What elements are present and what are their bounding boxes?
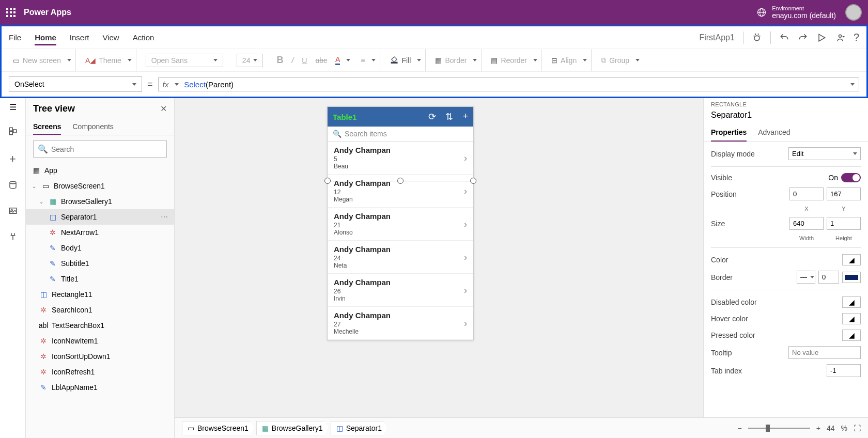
waffle-icon[interactable] <box>6 8 16 17</box>
share-icon[interactable] <box>835 33 845 43</box>
menu-insert[interactable]: Insert <box>70 33 89 42</box>
tree-item-iconsortupdown[interactable]: ✲IconSortUpDown1 <box>26 349 174 364</box>
underline-icon[interactable]: U <box>302 56 307 65</box>
tree-item-searchicon[interactable]: ✲SearchIcon1 <box>26 302 174 318</box>
tree-item-body[interactable]: ✎Body1 <box>26 240 174 256</box>
display-mode-dropdown[interactable]: Edit <box>788 147 861 160</box>
tree-item-iconnewitem[interactable]: ✲IconNewItem1 <box>26 333 174 349</box>
tree-item-lblappname[interactable]: ✎LblAppName1 <box>26 380 174 395</box>
sort-icon[interactable]: ⇅ <box>445 111 453 122</box>
disabled-color-swatch[interactable]: ◢ <box>842 296 861 308</box>
zoom-in-icon[interactable]: + <box>816 424 820 432</box>
pressed-color-swatch[interactable]: ◢ <box>842 330 861 341</box>
tree-item-iconrefresh[interactable]: ✲IconRefresh1 <box>26 364 174 380</box>
breadcrumb-separator[interactable]: ◫Separator1 <box>331 421 388 435</box>
width-input[interactable] <box>789 217 824 230</box>
chevron-right-icon[interactable]: › <box>464 152 467 163</box>
zoom-out-icon[interactable]: − <box>738 424 742 432</box>
font-color-icon[interactable]: A <box>335 55 340 65</box>
tree-search[interactable]: 🔍 <box>33 140 167 158</box>
refresh-icon[interactable]: ⟳ <box>428 111 436 122</box>
redo-icon[interactable] <box>798 33 808 43</box>
zoom-slider[interactable] <box>748 428 810 429</box>
text-align-icon[interactable]: ≡ <box>353 56 365 65</box>
undo-icon[interactable] <box>779 33 789 43</box>
position-y-input[interactable] <box>827 187 861 200</box>
reorder-button[interactable]: Reorder <box>501 56 527 65</box>
gallery-item[interactable]: Andy Champan 27 Mechelle › <box>328 307 473 340</box>
add-icon[interactable]: + <box>462 111 468 122</box>
tree-view-icon[interactable] <box>8 127 18 138</box>
align-button[interactable]: Align <box>561 56 577 65</box>
menu-action[interactable]: Action <box>133 33 154 42</box>
gallery-item[interactable]: Andy Champan 26 Irvin › <box>328 274 473 307</box>
tree-item-rectangle[interactable]: ◫Rectangle11 <box>26 287 174 302</box>
italic-icon[interactable]: / <box>286 56 299 65</box>
menu-file[interactable]: File <box>9 33 21 42</box>
more-icon[interactable]: ⋯ <box>161 213 168 221</box>
gallery-item[interactable]: Andy Champan 5 Beau › <box>328 142 473 175</box>
group-button[interactable]: Group <box>609 56 629 65</box>
environment-value[interactable]: enayu.com (default) <box>772 11 836 20</box>
tabindex-input[interactable] <box>827 364 861 377</box>
menu-home[interactable]: Home <box>35 33 56 45</box>
breadcrumb-gallery[interactable]: ▦BrowseGallery1 <box>256 421 329 435</box>
breadcrumb-screen[interactable]: ▭BrowseScreen1 <box>182 421 254 435</box>
chevron-right-icon[interactable]: › <box>464 252 467 262</box>
theme-button[interactable]: Theme <box>99 56 121 65</box>
left-rail: ☰ + <box>0 98 26 438</box>
color-swatch[interactable]: ◢ <box>842 254 861 265</box>
app-checker-icon[interactable] <box>752 33 762 43</box>
help-icon[interactable]: ? <box>854 32 859 43</box>
hover-color-swatch[interactable]: ◢ <box>842 313 861 324</box>
chevron-right-icon[interactable]: › <box>464 318 467 328</box>
canvas[interactable]: Table1 ⟳ ⇅ + 🔍 Search items Andy Champan… <box>175 98 704 438</box>
tree-item-separator[interactable]: ◫Separator1⋯ <box>26 209 174 225</box>
fill-button[interactable]: Fill <box>402 56 411 65</box>
phone-search[interactable]: 🔍 Search items <box>328 127 473 142</box>
border-color-swatch[interactable] <box>842 272 861 283</box>
data-icon[interactable] <box>8 180 18 192</box>
property-dropdown[interactable]: OnSelect <box>9 76 142 92</box>
formula-input[interactable]: fx Select(Parent) <box>158 77 859 91</box>
visible-toggle[interactable] <box>841 173 861 182</box>
border-width-input[interactable] <box>818 271 839 284</box>
tools-icon[interactable] <box>8 232 18 243</box>
font-dropdown[interactable]: Open Sans <box>146 54 223 67</box>
tree-search-input[interactable] <box>51 145 162 153</box>
play-icon[interactable] <box>816 33 827 43</box>
gallery-item[interactable]: Andy Champan 24 Neta › <box>328 241 473 274</box>
chevron-right-icon[interactable]: › <box>464 218 467 229</box>
chevron-right-icon[interactable]: › <box>464 185 467 196</box>
chevron-right-icon[interactable]: › <box>464 285 467 295</box>
close-icon[interactable]: ✕ <box>160 104 167 114</box>
border-button[interactable]: Border <box>445 56 467 65</box>
strike-icon[interactable]: abc <box>310 56 332 65</box>
tree-item-browsegallery[interactable]: ⌄▦BrowseGallery1 <box>26 194 174 209</box>
media-icon[interactable] <box>8 206 18 217</box>
tree-item-nextarrow[interactable]: ✲NextArrow1 <box>26 225 174 240</box>
fit-icon[interactable]: ⛶ <box>854 424 861 432</box>
tab-advanced[interactable]: Advanced <box>758 124 790 142</box>
tree-item-title[interactable]: ✎Title1 <box>26 271 174 287</box>
hamburger-icon[interactable]: ☰ <box>9 102 17 112</box>
position-x-input[interactable] <box>789 187 824 200</box>
tree-item-subtitle[interactable]: ✎Subtitle1 <box>26 256 174 271</box>
tab-screens[interactable]: Screens <box>33 119 61 135</box>
border-style-dropdown[interactable]: — <box>797 271 815 284</box>
bold-icon[interactable]: B <box>276 55 283 66</box>
font-size-dropdown[interactable]: 24 <box>237 54 264 67</box>
tree-item-app[interactable]: ▦App <box>26 163 174 178</box>
tree-item-textsearchbox[interactable]: ablTextSearchBox1 <box>26 318 174 333</box>
tab-components[interactable]: Components <box>72 119 113 135</box>
selection-handles[interactable] <box>324 181 477 181</box>
gallery-item[interactable]: Andy Champan 21 Alonso › <box>328 208 473 241</box>
user-avatar[interactable] <box>845 4 862 21</box>
new-screen-button[interactable]: New screen <box>23 56 61 65</box>
menu-view[interactable]: View <box>102 33 119 42</box>
tree-item-browsescreen[interactable]: ⌄▭BrowseScreen1 <box>26 178 174 194</box>
insert-icon[interactable]: + <box>9 152 16 166</box>
tab-properties[interactable]: Properties <box>711 124 747 142</box>
height-input[interactable] <box>827 217 861 230</box>
tooltip-input[interactable] <box>788 346 861 359</box>
